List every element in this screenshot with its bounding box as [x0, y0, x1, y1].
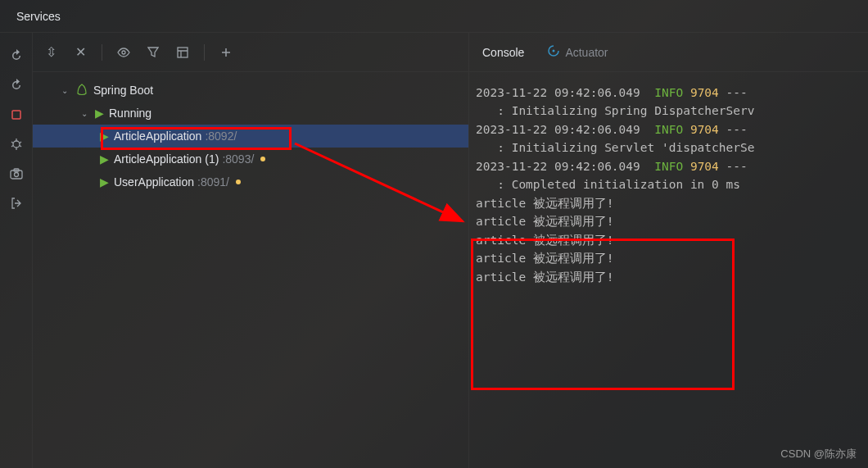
play-icon: ▶ — [95, 107, 104, 120]
console-output[interactable]: 2023-11-22 09:42:06.049 INFO 9704 --- : … — [469, 72, 868, 468]
tree-root-label: Spring Boot — [93, 84, 153, 97]
eye-icon[interactable] — [115, 44, 132, 61]
svg-rect-6 — [178, 48, 188, 57]
app-port: :8093/ — [222, 152, 254, 166]
console-panel: Console Actuator 2023-11-22 09:42:06.049… — [469, 33, 868, 468]
services-header: Services — [0, 0, 868, 33]
services-toolbar: ⇳ ✕ — [33, 33, 468, 72]
svg-point-1 — [13, 141, 20, 148]
warning-dot-icon — [236, 179, 241, 184]
filter-icon[interactable] — [145, 44, 161, 61]
play-icon: ▶ — [100, 175, 109, 189]
svg-point-5 — [122, 51, 125, 54]
exit-icon[interactable] — [8, 195, 25, 211]
services-tree: ⌄ Spring Boot ⌄ ▶ Running ▶ ArticleAppli… — [33, 72, 468, 468]
camera-icon[interactable] — [8, 166, 25, 182]
warning-dot-icon — [260, 157, 265, 161]
svg-point-3 — [14, 173, 18, 177]
debug-icon[interactable] — [8, 136, 25, 152]
tree-group-running[interactable]: ⌄ ▶ Running — [33, 102, 468, 125]
services-panel: ⇳ ✕ ⌄ Spring Boot ⌄ ▶ Running ▶ ArticleA… — [33, 33, 469, 468]
run-toolbar — [0, 33, 33, 468]
tree-root-spring-boot[interactable]: ⌄ Spring Boot — [33, 79, 468, 102]
app-port: :8092/ — [205, 129, 237, 143]
collapse-icon[interactable]: ✕ — [72, 44, 88, 61]
chevron-down-icon: ⌄ — [59, 86, 70, 95]
app-port: :8091/ — [197, 175, 229, 189]
header-title: Services — [16, 10, 61, 23]
rerun-icon[interactable] — [8, 48, 25, 64]
app-name: ArticleApplication — [114, 129, 201, 143]
tree-app-article-8092[interactable]: ▶ ArticleApplication :8092/ — [33, 125, 468, 148]
tab-console[interactable]: Console — [482, 46, 524, 59]
expand-icon[interactable]: ⇳ — [43, 44, 59, 61]
svg-point-7 — [553, 50, 555, 52]
svg-rect-0 — [12, 111, 20, 119]
console-tabs: Console Actuator — [469, 33, 868, 72]
add-icon[interactable] — [218, 44, 234, 61]
tree-app-article-8093[interactable]: ▶ ArticleApplication (1) :8093/ — [33, 148, 468, 170]
watermark: CSDN @陈亦康 — [780, 447, 857, 461]
play-icon: ▶ — [100, 152, 109, 166]
app-name: ArticleApplication (1) — [114, 152, 219, 166]
tree-group-label: Running — [109, 107, 151, 120]
tree-app-user-8091[interactable]: ▶ UserApplication :8091/ — [33, 170, 468, 193]
tab-actuator[interactable]: Actuator — [547, 44, 608, 60]
app-name: UserApplication — [114, 175, 194, 189]
stop-icon[interactable] — [8, 107, 25, 123]
chevron-down-icon: ⌄ — [79, 109, 90, 118]
play-icon: ▶ — [100, 129, 109, 143]
spring-boot-icon — [75, 83, 88, 98]
rerun-alt-icon[interactable] — [8, 77, 25, 93]
actuator-icon — [547, 44, 560, 60]
layout-icon[interactable] — [174, 44, 191, 61]
